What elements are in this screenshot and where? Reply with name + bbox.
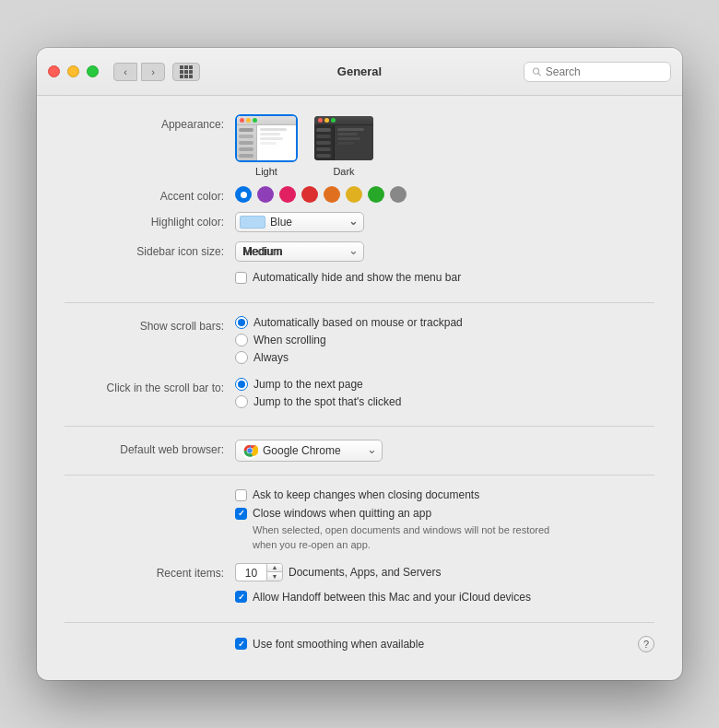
stepper-up[interactable]: ▲ [267, 564, 282, 572]
font-smoothing-wrapper: Use font smoothing when available ? [235, 636, 654, 652]
document-options: Ask to keep changes when closing documen… [235, 488, 566, 552]
accent-green[interactable] [368, 186, 384, 203]
accent-yellow[interactable] [346, 186, 362, 203]
accent-color-row: Accent color: [65, 186, 654, 203]
accent-pink[interactable] [279, 186, 296, 203]
ask-changes-row: Ask to keep changes when closing documen… [65, 488, 654, 552]
window-title: General [337, 65, 382, 78]
scroll-bars-options: Automatically based on mouse or trackpad… [235, 316, 463, 369]
divider-3 [65, 475, 654, 476]
sidebar-icon-size-label: Sidebar icon size: [65, 241, 235, 258]
grid-view-button[interactable] [172, 63, 200, 81]
menu-bar-checkbox[interactable] [235, 272, 247, 284]
ask-changes-label: Ask to keep changes when closing documen… [253, 488, 479, 501]
font-smoothing-row: Use font smoothing when available ? [65, 636, 654, 652]
accent-purple[interactable] [257, 186, 274, 203]
scroll-always-row: Always [235, 351, 463, 364]
font-smoothing-label: Use font smoothing when available [253, 638, 424, 651]
dark-thumb[interactable] [312, 114, 375, 162]
jump-page-radio[interactable] [235, 378, 248, 391]
sidebar-icon-size-select-wrapper: SmallMediumLarge Medium [235, 241, 364, 262]
font-smoothing-checkbox[interactable] [235, 638, 247, 650]
jump-page-label: Jump to the next page [253, 378, 363, 391]
items-label: Documents, Apps, and Servers [289, 566, 441, 579]
appearance-light[interactable]: Light [235, 114, 298, 177]
scroll-scrolling-row: When scrolling [235, 334, 463, 346]
appearance-options: Light [235, 114, 375, 177]
accent-graphite[interactable] [390, 186, 407, 203]
sidebar-icon-size-select[interactable]: SmallMediumLarge [235, 241, 364, 262]
scroll-bars-label: Show scroll bars: [65, 316, 235, 333]
ask-changes-checkbox-row: Ask to keep changes when closing documen… [235, 488, 566, 501]
appearance-row: Appearance: [65, 114, 654, 177]
highlight-color-select-wrapper: Blue ⌄ BlueGoldGraphiteGreen [235, 212, 364, 232]
handoff-label-spacer [65, 591, 235, 594]
accent-blue[interactable] [235, 186, 252, 203]
forward-button[interactable]: › [141, 63, 165, 81]
click-scroll-label: Click in the scroll bar to: [65, 378, 235, 394]
light-thumb[interactable] [235, 114, 298, 162]
handoff-label: Allow Handoff between this Mac and your … [253, 591, 531, 604]
scroll-scrolling-label: When scrolling [253, 334, 326, 346]
stepper-value: 10 [235, 563, 266, 581]
jump-spot-label: Jump to the spot that's clicked [253, 395, 401, 408]
browser-select-wrapper: Google Chrome ⌄ Google ChromeSafariFiref… [235, 440, 383, 462]
scroll-always-radio[interactable] [235, 351, 248, 364]
default-browser-row: Default web browser: [65, 440, 654, 462]
dark-label: Dark [333, 166, 354, 177]
main-window: ‹ › General Appearance: [37, 48, 682, 680]
font-smoothing-label-spacer [65, 636, 235, 640]
jump-page-row: Jump to the next page [235, 378, 401, 391]
appearance-dark[interactable]: Dark [312, 114, 375, 177]
stepper-down[interactable]: ▼ [267, 572, 282, 581]
handoff-checkbox[interactable] [235, 591, 247, 603]
maximize-button[interactable] [87, 65, 99, 77]
divider-2 [65, 426, 654, 427]
accent-red[interactable] [301, 186, 318, 203]
nav-buttons: ‹ › [113, 63, 165, 81]
back-button[interactable]: ‹ [113, 63, 137, 81]
search-bar[interactable] [524, 62, 671, 82]
light-label: Light [255, 166, 277, 177]
titlebar: ‹ › General [37, 48, 682, 96]
stepper-arrows: ▲ ▼ [266, 563, 283, 581]
menu-bar-row: Automatically hide and show the menu bar [65, 271, 654, 289]
jump-spot-row: Jump to the spot that's clicked [235, 395, 401, 408]
recent-items-row: Recent items: 10 ▲ ▼ Documents, Apps, an… [65, 563, 654, 581]
appearance-label: Appearance: [65, 114, 235, 131]
traffic-lights [48, 65, 99, 77]
scroll-scrolling-radio[interactable] [235, 334, 248, 346]
ask-changes-label-spacer [65, 488, 235, 492]
preferences-content: Appearance: [37, 96, 682, 680]
handoff-checkbox-row: Allow Handoff between this Mac and your … [235, 591, 531, 604]
close-button[interactable] [48, 65, 60, 77]
search-input[interactable] [546, 65, 663, 78]
close-windows-checkbox-row: Close windows when quitting an app [235, 507, 566, 520]
divider-4 [65, 622, 654, 623]
highlight-color-row: Highlight color: Blue ⌄ BlueGoldGraphite… [65, 212, 654, 232]
font-smoothing-checkbox-row: Use font smoothing when available [235, 638, 638, 651]
scroll-auto-radio[interactable] [235, 316, 248, 329]
minimize-button[interactable] [67, 65, 79, 77]
svg-line-1 [538, 73, 541, 76]
close-windows-checkbox[interactable] [235, 508, 247, 520]
default-browser-label: Default web browser: [65, 440, 235, 456]
jump-spot-radio[interactable] [235, 395, 248, 408]
scroll-bars-row: Show scroll bars: Automatically based on… [65, 316, 654, 369]
sidebar-icon-size-row: Sidebar icon size: SmallMediumLarge Medi… [65, 241, 654, 262]
scroll-always-label: Always [253, 351, 289, 364]
close-windows-subtext: When selected, open documents and window… [253, 523, 566, 552]
help-button[interactable]: ? [638, 636, 654, 652]
divider-1 [65, 302, 654, 303]
accent-orange[interactable] [324, 186, 340, 203]
recent-items-label: Recent items: [65, 563, 235, 580]
menu-bar-checkbox-row: Automatically hide and show the menu bar [235, 271, 461, 284]
menu-bar-checkbox-label: Automatically hide and show the menu bar [253, 271, 461, 284]
click-scroll-options: Jump to the next page Jump to the spot t… [235, 378, 401, 413]
ask-changes-checkbox[interactable] [235, 489, 247, 501]
recent-items-control: 10 ▲ ▼ Documents, Apps, and Servers [235, 563, 441, 581]
menu-bar-label [65, 271, 235, 275]
accent-color-label: Accent color: [65, 186, 235, 203]
click-scroll-row: Click in the scroll bar to: Jump to the … [65, 378, 654, 413]
color-swatches [235, 186, 407, 203]
